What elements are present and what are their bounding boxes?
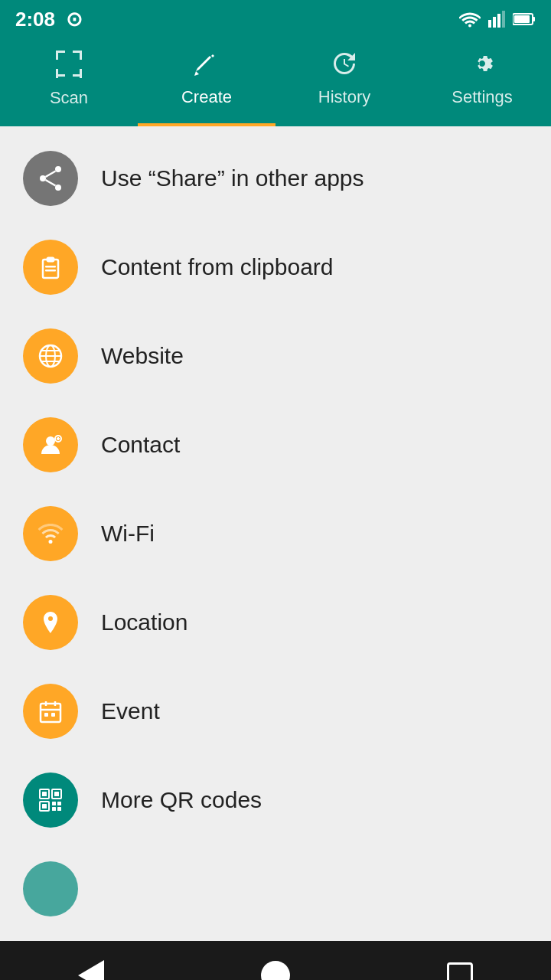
svg-rect-49 (57, 807, 61, 811)
scan-icon (54, 49, 83, 82)
tab-scan[interactable]: Scan (0, 38, 138, 126)
more-qr-label: More QR codes (101, 787, 262, 813)
location-label: Location (101, 609, 187, 635)
event-label: Event (101, 698, 160, 724)
svg-rect-6 (514, 15, 530, 23)
list-item-more-qr[interactable]: More QR codes (0, 756, 551, 844)
svg-rect-1 (493, 17, 496, 28)
share-icon (23, 151, 78, 206)
list-item-contact[interactable]: Contact (0, 400, 551, 489)
create-icon (193, 50, 220, 81)
svg-rect-3 (502, 11, 505, 28)
partial-icon (23, 861, 78, 916)
svg-rect-39 (51, 713, 55, 717)
svg-rect-22 (45, 266, 56, 268)
list-item-location[interactable]: Location (0, 578, 551, 667)
svg-rect-20 (43, 260, 58, 278)
signal-icon (488, 11, 505, 28)
svg-rect-47 (57, 802, 61, 805)
history-icon (331, 50, 358, 81)
svg-rect-12 (56, 69, 58, 78)
list-item-website[interactable]: Website (0, 312, 551, 400)
location-icon (23, 595, 78, 650)
content-area: Use “Share” in other apps Content from c… (0, 126, 551, 941)
recents-icon (447, 962, 473, 980)
tab-settings-label: Settings (452, 87, 513, 107)
svg-rect-10 (80, 51, 82, 60)
svg-rect-43 (54, 792, 59, 796)
contact-label: Contact (101, 432, 180, 458)
tab-create-label: Create (181, 87, 232, 107)
wifi-icon (459, 11, 481, 28)
tab-settings[interactable]: Settings (413, 38, 551, 126)
tab-bar: Scan Create History Settings (0, 38, 551, 126)
recents-button[interactable] (416, 955, 504, 980)
svg-rect-14 (80, 69, 82, 78)
tab-scan-label: Scan (50, 88, 88, 108)
svg-rect-45 (42, 804, 47, 808)
list-item-clipboard[interactable]: Content from clipboard (0, 223, 551, 312)
svg-rect-8 (56, 51, 58, 60)
clipboard-label: Content from clipboard (101, 254, 334, 280)
website-icon (23, 328, 78, 384)
svg-point-17 (55, 185, 61, 191)
list-item-share[interactable]: Use “Share” in other apps (0, 134, 551, 223)
svg-line-19 (46, 180, 56, 186)
bottom-nav (0, 941, 551, 980)
svg-rect-21 (47, 257, 54, 262)
svg-rect-23 (45, 270, 56, 272)
svg-rect-34 (41, 704, 60, 722)
svg-point-15 (55, 166, 61, 172)
website-label: Website (101, 343, 184, 369)
tab-create[interactable]: Create (138, 38, 276, 126)
tab-history[interactable]: History (276, 38, 413, 126)
share-label: Use “Share” in other apps (101, 165, 364, 191)
back-icon (78, 960, 104, 980)
event-icon (23, 684, 78, 739)
svg-point-16 (40, 175, 46, 181)
wifi-list-icon (23, 506, 78, 561)
status-bar: 2:08 ⊙ (0, 0, 551, 38)
home-button[interactable] (230, 953, 321, 980)
tab-history-label: History (318, 87, 370, 107)
battery-icon (513, 12, 536, 26)
more-qr-icon (23, 773, 78, 828)
svg-rect-48 (52, 807, 56, 811)
svg-rect-5 (533, 17, 535, 21)
settings-icon (468, 50, 496, 81)
home-icon (261, 961, 290, 980)
wifi-label: Wi-Fi (101, 521, 155, 547)
back-button[interactable] (47, 952, 135, 980)
svg-point-30 (46, 436, 55, 446)
svg-rect-38 (44, 713, 48, 717)
svg-rect-2 (497, 14, 500, 28)
contact-icon (23, 417, 78, 472)
list-item-wifi[interactable]: Wi-Fi (0, 489, 551, 578)
list-item-event[interactable]: Event (0, 667, 551, 756)
svg-rect-46 (52, 802, 56, 805)
app-notification-icon: ⊙ (66, 8, 83, 31)
list-item-partial[interactable] (0, 844, 551, 933)
svg-rect-41 (42, 792, 47, 796)
clipboard-icon (23, 240, 78, 295)
status-time: 2:08 (15, 8, 55, 31)
svg-line-18 (46, 172, 56, 178)
svg-rect-0 (488, 20, 491, 28)
